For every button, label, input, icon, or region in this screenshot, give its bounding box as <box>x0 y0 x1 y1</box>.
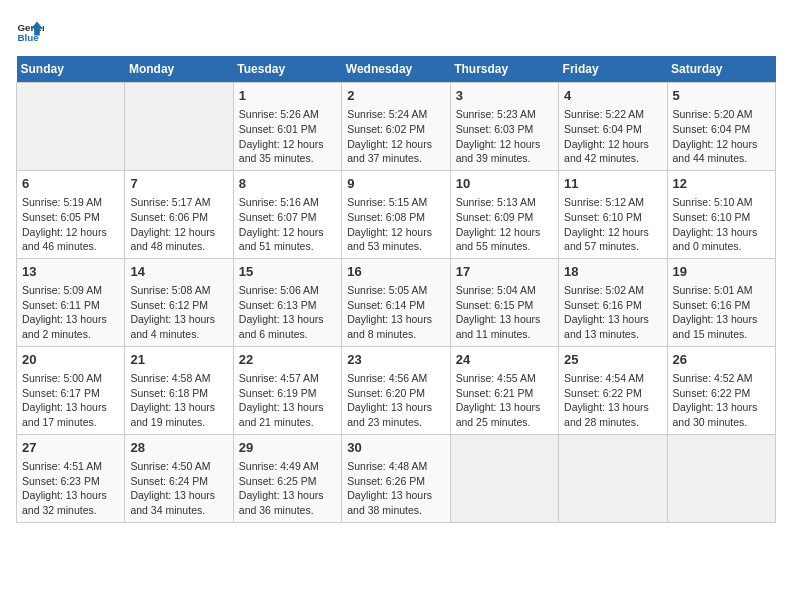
day-info: Sunrise: 4:55 AM Sunset: 6:21 PM Dayligh… <box>456 371 553 430</box>
day-info: Sunrise: 5:23 AM Sunset: 6:03 PM Dayligh… <box>456 107 553 166</box>
day-number: 18 <box>564 263 661 281</box>
day-header-wednesday: Wednesday <box>342 56 450 83</box>
week-row-4: 27Sunrise: 4:51 AM Sunset: 6:23 PM Dayli… <box>17 434 776 522</box>
calendar-cell: 19Sunrise: 5:01 AM Sunset: 6:16 PM Dayli… <box>667 258 775 346</box>
day-header-tuesday: Tuesday <box>233 56 341 83</box>
calendar-cell: 7Sunrise: 5:17 AM Sunset: 6:06 PM Daylig… <box>125 170 233 258</box>
day-number: 10 <box>456 175 553 193</box>
calendar-cell: 9Sunrise: 5:15 AM Sunset: 6:08 PM Daylig… <box>342 170 450 258</box>
header-row: SundayMondayTuesdayWednesdayThursdayFrid… <box>17 56 776 83</box>
day-info: Sunrise: 5:04 AM Sunset: 6:15 PM Dayligh… <box>456 283 553 342</box>
calendar-cell: 22Sunrise: 4:57 AM Sunset: 6:19 PM Dayli… <box>233 346 341 434</box>
calendar-cell: 28Sunrise: 4:50 AM Sunset: 6:24 PM Dayli… <box>125 434 233 522</box>
day-info: Sunrise: 5:02 AM Sunset: 6:16 PM Dayligh… <box>564 283 661 342</box>
day-number: 20 <box>22 351 119 369</box>
day-number: 27 <box>22 439 119 457</box>
calendar-cell: 3Sunrise: 5:23 AM Sunset: 6:03 PM Daylig… <box>450 83 558 171</box>
calendar-cell: 20Sunrise: 5:00 AM Sunset: 6:17 PM Dayli… <box>17 346 125 434</box>
calendar-cell: 25Sunrise: 4:54 AM Sunset: 6:22 PM Dayli… <box>559 346 667 434</box>
day-header-saturday: Saturday <box>667 56 775 83</box>
day-number: 22 <box>239 351 336 369</box>
day-info: Sunrise: 4:48 AM Sunset: 6:26 PM Dayligh… <box>347 459 444 518</box>
calendar-cell <box>667 434 775 522</box>
day-info: Sunrise: 5:05 AM Sunset: 6:14 PM Dayligh… <box>347 283 444 342</box>
day-number: 2 <box>347 87 444 105</box>
day-info: Sunrise: 5:00 AM Sunset: 6:17 PM Dayligh… <box>22 371 119 430</box>
day-info: Sunrise: 4:50 AM Sunset: 6:24 PM Dayligh… <box>130 459 227 518</box>
calendar-cell: 23Sunrise: 4:56 AM Sunset: 6:20 PM Dayli… <box>342 346 450 434</box>
calendar-cell: 15Sunrise: 5:06 AM Sunset: 6:13 PM Dayli… <box>233 258 341 346</box>
calendar-cell: 29Sunrise: 4:49 AM Sunset: 6:25 PM Dayli… <box>233 434 341 522</box>
day-header-thursday: Thursday <box>450 56 558 83</box>
day-header-monday: Monday <box>125 56 233 83</box>
calendar-cell <box>450 434 558 522</box>
day-number: 4 <box>564 87 661 105</box>
day-number: 29 <box>239 439 336 457</box>
calendar-cell: 24Sunrise: 4:55 AM Sunset: 6:21 PM Dayli… <box>450 346 558 434</box>
day-number: 13 <box>22 263 119 281</box>
day-info: Sunrise: 4:58 AM Sunset: 6:18 PM Dayligh… <box>130 371 227 430</box>
day-info: Sunrise: 5:17 AM Sunset: 6:06 PM Dayligh… <box>130 195 227 254</box>
calendar-cell: 10Sunrise: 5:13 AM Sunset: 6:09 PM Dayli… <box>450 170 558 258</box>
calendar-cell: 14Sunrise: 5:08 AM Sunset: 6:12 PM Dayli… <box>125 258 233 346</box>
day-info: Sunrise: 4:54 AM Sunset: 6:22 PM Dayligh… <box>564 371 661 430</box>
day-number: 19 <box>673 263 770 281</box>
calendar-cell <box>559 434 667 522</box>
calendar-cell: 8Sunrise: 5:16 AM Sunset: 6:07 PM Daylig… <box>233 170 341 258</box>
calendar-cell: 27Sunrise: 4:51 AM Sunset: 6:23 PM Dayli… <box>17 434 125 522</box>
calendar-cell: 11Sunrise: 5:12 AM Sunset: 6:10 PM Dayli… <box>559 170 667 258</box>
day-info: Sunrise: 4:51 AM Sunset: 6:23 PM Dayligh… <box>22 459 119 518</box>
day-number: 17 <box>456 263 553 281</box>
day-info: Sunrise: 4:57 AM Sunset: 6:19 PM Dayligh… <box>239 371 336 430</box>
week-row-0: 1Sunrise: 5:26 AM Sunset: 6:01 PM Daylig… <box>17 83 776 171</box>
day-number: 8 <box>239 175 336 193</box>
day-info: Sunrise: 5:09 AM Sunset: 6:11 PM Dayligh… <box>22 283 119 342</box>
logo-icon: General Blue <box>16 16 44 44</box>
day-number: 11 <box>564 175 661 193</box>
calendar-cell: 13Sunrise: 5:09 AM Sunset: 6:11 PM Dayli… <box>17 258 125 346</box>
calendar-cell: 1Sunrise: 5:26 AM Sunset: 6:01 PM Daylig… <box>233 83 341 171</box>
day-number: 1 <box>239 87 336 105</box>
day-info: Sunrise: 5:22 AM Sunset: 6:04 PM Dayligh… <box>564 107 661 166</box>
day-info: Sunrise: 5:26 AM Sunset: 6:01 PM Dayligh… <box>239 107 336 166</box>
day-info: Sunrise: 5:10 AM Sunset: 6:10 PM Dayligh… <box>673 195 770 254</box>
day-number: 9 <box>347 175 444 193</box>
day-number: 12 <box>673 175 770 193</box>
day-info: Sunrise: 5:15 AM Sunset: 6:08 PM Dayligh… <box>347 195 444 254</box>
day-info: Sunrise: 5:06 AM Sunset: 6:13 PM Dayligh… <box>239 283 336 342</box>
day-info: Sunrise: 5:08 AM Sunset: 6:12 PM Dayligh… <box>130 283 227 342</box>
calendar-cell: 16Sunrise: 5:05 AM Sunset: 6:14 PM Dayli… <box>342 258 450 346</box>
day-header-friday: Friday <box>559 56 667 83</box>
day-info: Sunrise: 5:13 AM Sunset: 6:09 PM Dayligh… <box>456 195 553 254</box>
day-number: 3 <box>456 87 553 105</box>
calendar-cell: 2Sunrise: 5:24 AM Sunset: 6:02 PM Daylig… <box>342 83 450 171</box>
day-number: 28 <box>130 439 227 457</box>
day-number: 21 <box>130 351 227 369</box>
calendar-cell: 30Sunrise: 4:48 AM Sunset: 6:26 PM Dayli… <box>342 434 450 522</box>
week-row-2: 13Sunrise: 5:09 AM Sunset: 6:11 PM Dayli… <box>17 258 776 346</box>
day-number: 24 <box>456 351 553 369</box>
day-number: 14 <box>130 263 227 281</box>
day-info: Sunrise: 5:16 AM Sunset: 6:07 PM Dayligh… <box>239 195 336 254</box>
day-number: 15 <box>239 263 336 281</box>
week-row-3: 20Sunrise: 5:00 AM Sunset: 6:17 PM Dayli… <box>17 346 776 434</box>
calendar-cell: 17Sunrise: 5:04 AM Sunset: 6:15 PM Dayli… <box>450 258 558 346</box>
day-number: 7 <box>130 175 227 193</box>
day-info: Sunrise: 5:01 AM Sunset: 6:16 PM Dayligh… <box>673 283 770 342</box>
calendar-cell <box>125 83 233 171</box>
calendar-cell: 18Sunrise: 5:02 AM Sunset: 6:16 PM Dayli… <box>559 258 667 346</box>
calendar-cell <box>17 83 125 171</box>
calendar-cell: 12Sunrise: 5:10 AM Sunset: 6:10 PM Dayli… <box>667 170 775 258</box>
calendar-cell: 6Sunrise: 5:19 AM Sunset: 6:05 PM Daylig… <box>17 170 125 258</box>
day-number: 16 <box>347 263 444 281</box>
day-info: Sunrise: 4:52 AM Sunset: 6:22 PM Dayligh… <box>673 371 770 430</box>
day-info: Sunrise: 5:24 AM Sunset: 6:02 PM Dayligh… <box>347 107 444 166</box>
day-number: 25 <box>564 351 661 369</box>
day-info: Sunrise: 5:12 AM Sunset: 6:10 PM Dayligh… <box>564 195 661 254</box>
day-header-sunday: Sunday <box>17 56 125 83</box>
week-row-1: 6Sunrise: 5:19 AM Sunset: 6:05 PM Daylig… <box>17 170 776 258</box>
day-info: Sunrise: 4:56 AM Sunset: 6:20 PM Dayligh… <box>347 371 444 430</box>
header: General Blue <box>16 16 776 44</box>
calendar-cell: 4Sunrise: 5:22 AM Sunset: 6:04 PM Daylig… <box>559 83 667 171</box>
day-info: Sunrise: 5:19 AM Sunset: 6:05 PM Dayligh… <box>22 195 119 254</box>
